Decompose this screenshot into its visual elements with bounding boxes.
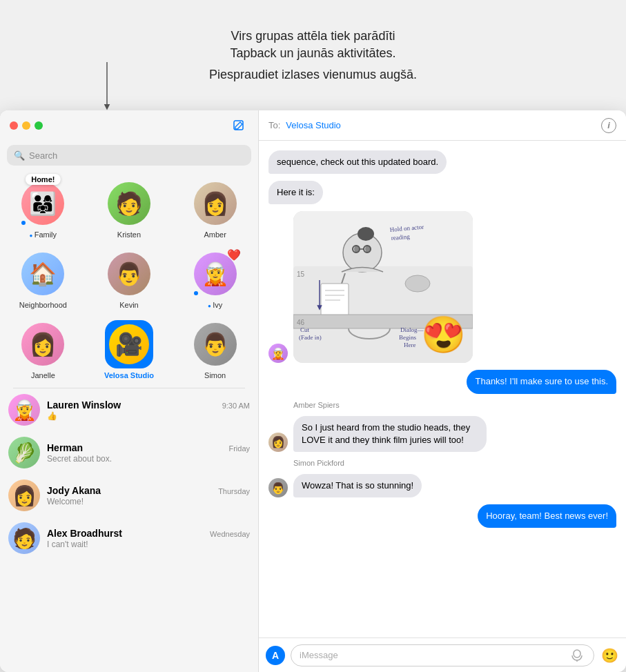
chat-input-bar: A iMessage 🙂	[259, 638, 626, 672]
chat-header: To: Velosa Studio i	[259, 110, 626, 141]
svg-text:46: 46	[297, 319, 305, 326]
jody-conv-top: Jody Akana Thursday	[47, 485, 250, 496]
alex-conv-top: Alex Broadhurst Wednesday	[47, 528, 250, 539]
msg-row-5: 👩 So I just heard from the studio heads,…	[268, 416, 616, 452]
storyboard-content: Hold on actor reading Cut (Fade in) Dial…	[293, 211, 473, 363]
conv-item-jody[interactable]: 👩 Jody Akana Thursday Welcome!	[0, 474, 258, 517]
svg-rect-29	[574, 650, 580, 658]
messages-app-window: 🔍 Search 👨‍👩‍👧 Home! Family	[0, 110, 626, 672]
app-store-icon: A	[272, 650, 279, 661]
annotation-text-3: Piespraudiet izlases vienumus augšā.	[209, 68, 417, 82]
emoji-button[interactable]: 🙂	[600, 646, 619, 665]
maximize-button[interactable]	[35, 121, 43, 130]
to-label: To:	[268, 120, 280, 130]
ivy-status-dot	[193, 290, 199, 297]
family-avatar: 👨‍👩‍👧	[21, 182, 64, 225]
chat-info-button[interactable]: i	[601, 118, 616, 133]
msg-bubble-2: Here it is:	[268, 181, 323, 204]
emoji-overlay: 😍	[421, 314, 466, 356]
jody-avatar: 👩	[8, 480, 40, 511]
family-avatar-wrapper: 👨‍👩‍👧 Home!	[19, 179, 67, 228]
herman-name: Herman	[47, 442, 83, 453]
minimize-button[interactable]	[22, 121, 30, 130]
imessage-input[interactable]: iMessage	[291, 644, 594, 666]
msg-row-2: Here it is:	[268, 181, 616, 204]
pinned-item-kevin[interactable]: 👨 Kevin	[86, 244, 173, 315]
app-store-button[interactable]: A	[266, 646, 285, 665]
alex-conv-body: Alex Broadhurst Wednesday I can't wait!	[47, 528, 250, 549]
storyboard-image: Hold on actor reading Cut (Fade in) Dial…	[293, 211, 473, 363]
home-badge: Home!	[26, 174, 60, 185]
alex-name: Alex Broadhurst	[47, 528, 122, 539]
amber-avatar: 👩	[194, 182, 237, 225]
ivy-avatar-wrapper: 🧝 ❤️	[191, 250, 239, 298]
msg-row-6: 👨 Wowza! That is so stunning!	[268, 474, 616, 497]
search-bar[interactable]: 🔍 Search	[7, 145, 251, 166]
sidebar: 🔍 Search 👨‍👩‍👧 Home! Family	[0, 110, 259, 672]
jody-preview: Welcome!	[47, 497, 250, 506]
conv-item-alex[interactable]: 🧑 Alex Broadhurst Wednesday I can't wait…	[0, 517, 258, 560]
pinned-item-family[interactable]: 👨‍👩‍👧 Home! Family	[0, 174, 86, 244]
svg-text:15: 15	[297, 270, 305, 278]
simon-label: Simon	[204, 371, 226, 379]
herman-avatar: 🥬	[8, 437, 40, 468]
chat-recipient[interactable]: Velosa Studio	[286, 120, 341, 130]
svg-point-11	[358, 227, 374, 241]
pinned-item-amber[interactable]: 👩 Amber	[172, 174, 258, 244]
imessage-placeholder: iMessage	[300, 650, 338, 660]
msg-row-7: Hooray, team! Best news ever!	[268, 504, 616, 528]
msg-row-4: Thanks! I'll make sure to use this.	[268, 370, 616, 393]
emoji-icon: 🙂	[601, 647, 618, 664]
pinned-item-simon[interactable]: 👨 Simon	[172, 315, 258, 385]
msg-avatar-3: 🧝	[268, 344, 288, 363]
traffic-lights	[10, 121, 43, 130]
pinned-item-ivy[interactable]: 🧝 ❤️ Ivy	[172, 244, 258, 315]
search-placeholder: Search	[29, 150, 57, 161]
jody-conv-body: Jody Akana Thursday Welcome!	[47, 485, 250, 506]
close-button[interactable]	[10, 121, 18, 130]
annotation-text-2: Tapback un jaunās aktivitātes.	[230, 46, 395, 61]
herman-preview: Secret about box.	[47, 454, 250, 464]
velosa-studio-avatar-wrapper: 🎥	[105, 320, 153, 368]
msg-row-1: sequence, check out this updated board.	[268, 150, 616, 174]
sidebar-titlebar	[0, 110, 258, 141]
pinned-item-neighborhood[interactable]: 🏠 Neighborhood	[0, 244, 86, 315]
pinned-item-janelle[interactable]: 👩 Janelle	[0, 315, 86, 385]
velosa-studio-label: Velosa Studio	[104, 371, 154, 379]
compose-button[interactable]	[229, 116, 248, 135]
amber-sender-name: Amber Spiers	[293, 401, 616, 409]
annotation-area: Virs grupas attēla tiek parādīti Tapback…	[0, 0, 626, 110]
amber-avatar-wrapper: 👩	[191, 179, 239, 228]
chat-panel: To: Velosa Studio i sequence, check out …	[259, 110, 626, 672]
amber-avatar-msg: 👩	[268, 433, 288, 452]
chat-messages: sequence, check out this updated board. …	[259, 141, 626, 638]
simon-avatar: 👨	[194, 323, 237, 366]
lauren-conv-top: Lauren Winslow 9:30 AM	[47, 399, 250, 411]
ivy-heart-badge: ❤️	[227, 248, 241, 261]
family-status-dot	[20, 219, 27, 226]
svg-text:Here: Here	[404, 342, 416, 348]
pinned-item-kristen[interactable]: 🧑 Kristen	[86, 174, 173, 244]
pinned-contacts-grid: 👨‍👩‍👧 Home! Family 🧑 Kristen	[0, 171, 258, 388]
search-icon: 🔍	[14, 150, 25, 161]
info-icon: i	[607, 120, 610, 130]
janelle-avatar-wrapper: 👩	[19, 320, 67, 368]
lauren-time: 9:30 AM	[222, 402, 250, 410]
conv-item-lauren[interactable]: 🧝 Lauren Winslow 9:30 AM 👍	[0, 388, 258, 431]
herman-conv-top: Herman Friday	[47, 442, 250, 453]
alex-time: Wednesday	[210, 530, 250, 538]
velosa-studio-avatar: 🎥	[109, 324, 149, 364]
lauren-preview: 👍	[47, 411, 250, 421]
neighborhood-label: Neighborhood	[19, 301, 67, 309]
neighborhood-avatar: 🏠	[21, 253, 64, 295]
pinned-item-velosa-studio[interactable]: 🎥 Velosa Studio	[86, 315, 173, 385]
neighborhood-avatar-wrapper: 🏠	[19, 250, 67, 298]
herman-conv-body: Herman Friday Secret about box.	[47, 442, 250, 464]
audio-button[interactable]	[569, 647, 585, 664]
conversation-list: 🧝 Lauren Winslow 9:30 AM 👍 🥬 Herman Frid…	[0, 388, 258, 672]
conv-item-herman[interactable]: 🥬 Herman Friday Secret about box.	[0, 431, 258, 474]
svg-point-4	[405, 275, 430, 292]
alex-avatar: 🧑	[8, 522, 40, 554]
jody-name: Jody Akana	[47, 485, 101, 496]
annotation-text-1: Virs grupas attēla tiek parādīti	[231, 29, 395, 43]
